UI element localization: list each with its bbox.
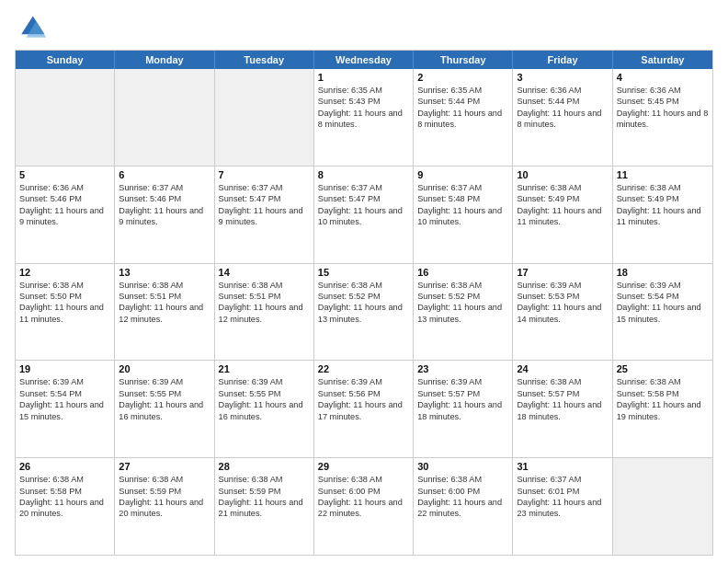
- daylight-text: Daylight: 11 hours and 8 minutes.: [318, 108, 409, 131]
- daylight-text: Daylight: 11 hours and 18 minutes.: [517, 399, 608, 422]
- day-number: 25: [617, 363, 709, 374]
- calendar-row-5: 26Sunrise: 6:38 AMSunset: 5:58 PMDayligh…: [16, 457, 712, 555]
- daylight-text: Daylight: 11 hours and 20 minutes.: [19, 497, 110, 520]
- sunset-text: Sunset: 5:43 PM: [318, 96, 409, 107]
- daylight-text: Daylight: 11 hours and 18 minutes.: [417, 399, 508, 422]
- daylight-text: Daylight: 11 hours and 8 minutes.: [517, 108, 608, 131]
- day-number: 10: [517, 169, 608, 180]
- calendar: SundayMondayTuesdayWednesdayThursdayFrid…: [15, 50, 713, 556]
- calendar-cell: 16Sunrise: 6:38 AMSunset: 5:52 PMDayligh…: [414, 264, 513, 361]
- calendar-row-2: 5Sunrise: 6:36 AMSunset: 5:46 PMDaylight…: [16, 166, 712, 263]
- sunset-text: Sunset: 5:58 PM: [617, 388, 709, 399]
- sunrise-text: Sunrise: 6:39 AM: [119, 376, 210, 387]
- sunset-text: Sunset: 5:51 PM: [119, 291, 210, 302]
- daylight-text: Daylight: 11 hours and 22 minutes.: [417, 497, 508, 520]
- calendar-cell: 24Sunrise: 6:38 AMSunset: 5:57 PMDayligh…: [513, 361, 612, 457]
- sunrise-text: Sunrise: 6:38 AM: [318, 474, 409, 485]
- calendar-cell: [215, 69, 314, 166]
- sunset-text: Sunset: 5:55 PM: [219, 388, 310, 399]
- sunset-text: Sunset: 5:45 PM: [617, 96, 709, 107]
- sunrise-text: Sunrise: 6:37 AM: [119, 182, 210, 193]
- calendar-cell: 27Sunrise: 6:38 AMSunset: 5:59 PMDayligh…: [115, 458, 214, 555]
- day-number: 24: [517, 363, 608, 374]
- daylight-text: Daylight: 11 hours and 11 minutes.: [617, 205, 709, 228]
- day-number: 31: [517, 461, 608, 472]
- sunrise-text: Sunrise: 6:36 AM: [517, 85, 608, 96]
- calendar-cell: 31Sunrise: 6:37 AMSunset: 6:01 PMDayligh…: [513, 458, 612, 555]
- sunset-text: Sunset: 6:00 PM: [318, 486, 409, 497]
- weekday-header-thursday: Thursday: [414, 51, 513, 69]
- calendar-cell: [115, 69, 214, 166]
- sunset-text: Sunset: 5:46 PM: [119, 193, 210, 204]
- sunrise-text: Sunrise: 6:36 AM: [19, 182, 110, 193]
- daylight-text: Daylight: 11 hours and 23 minutes.: [517, 497, 608, 520]
- calendar-cell: 25Sunrise: 6:38 AMSunset: 5:58 PMDayligh…: [613, 361, 712, 457]
- calendar-cell: [613, 458, 712, 555]
- sunrise-text: Sunrise: 6:39 AM: [19, 376, 110, 387]
- calendar-cell: 20Sunrise: 6:39 AMSunset: 5:55 PMDayligh…: [115, 361, 214, 457]
- sunset-text: Sunset: 5:51 PM: [219, 291, 310, 302]
- daylight-text: Daylight: 11 hours and 12 minutes.: [219, 302, 310, 325]
- calendar-cell: 10Sunrise: 6:38 AMSunset: 5:49 PMDayligh…: [513, 167, 612, 263]
- sunrise-text: Sunrise: 6:37 AM: [318, 182, 409, 193]
- daylight-text: Daylight: 11 hours and 9 minutes.: [219, 205, 310, 228]
- day-number: 16: [417, 267, 508, 278]
- sunrise-text: Sunrise: 6:38 AM: [318, 280, 409, 291]
- calendar-cell: 19Sunrise: 6:39 AMSunset: 5:54 PMDayligh…: [16, 361, 115, 457]
- day-number: 19: [19, 363, 110, 374]
- calendar-cell: 17Sunrise: 6:39 AMSunset: 5:53 PMDayligh…: [513, 264, 612, 361]
- sunset-text: Sunset: 5:56 PM: [318, 388, 409, 399]
- day-number: 12: [19, 267, 110, 278]
- sunrise-text: Sunrise: 6:35 AM: [417, 85, 508, 96]
- sunset-text: Sunset: 5:49 PM: [517, 193, 608, 204]
- calendar-cell: 1Sunrise: 6:35 AMSunset: 5:43 PMDaylight…: [314, 69, 414, 166]
- daylight-text: Daylight: 11 hours and 8 minutes.: [417, 108, 508, 131]
- day-number: 5: [19, 169, 110, 180]
- calendar-cell: 5Sunrise: 6:36 AMSunset: 5:46 PMDaylight…: [16, 167, 115, 263]
- daylight-text: Daylight: 11 hours and 16 minutes.: [219, 399, 310, 422]
- calendar-cell: 22Sunrise: 6:39 AMSunset: 5:56 PMDayligh…: [314, 361, 414, 457]
- daylight-text: Daylight: 11 hours and 9 minutes.: [119, 205, 210, 228]
- day-number: 7: [219, 169, 310, 180]
- day-number: 18: [617, 267, 709, 278]
- sunrise-text: Sunrise: 6:38 AM: [19, 474, 110, 485]
- sunset-text: Sunset: 5:58 PM: [19, 486, 110, 497]
- calendar-cell: 6Sunrise: 6:37 AMSunset: 5:46 PMDaylight…: [115, 167, 214, 263]
- sunset-text: Sunset: 5:54 PM: [617, 291, 709, 302]
- sunrise-text: Sunrise: 6:38 AM: [119, 280, 210, 291]
- sunset-text: Sunset: 5:53 PM: [517, 291, 608, 302]
- daylight-text: Daylight: 11 hours and 13 minutes.: [417, 302, 508, 325]
- day-number: 3: [517, 72, 608, 83]
- day-number: 20: [119, 363, 210, 374]
- sunset-text: Sunset: 5:59 PM: [219, 486, 310, 497]
- sunrise-text: Sunrise: 6:37 AM: [417, 182, 508, 193]
- calendar-cell: 8Sunrise: 6:37 AMSunset: 5:47 PMDaylight…: [314, 167, 414, 263]
- weekday-header-friday: Friday: [513, 51, 612, 69]
- daylight-text: Daylight: 11 hours and 15 minutes.: [617, 302, 709, 325]
- page: SundayMondayTuesdayWednesdayThursdayFrid…: [0, 0, 728, 563]
- sunset-text: Sunset: 5:54 PM: [19, 388, 110, 399]
- calendar-cell: [16, 69, 115, 166]
- sunset-text: Sunset: 5:59 PM: [119, 486, 210, 497]
- sunrise-text: Sunrise: 6:37 AM: [219, 182, 310, 193]
- sunrise-text: Sunrise: 6:38 AM: [617, 182, 709, 193]
- calendar-cell: 23Sunrise: 6:39 AMSunset: 5:57 PMDayligh…: [414, 361, 513, 457]
- calendar-header: SundayMondayTuesdayWednesdayThursdayFrid…: [16, 51, 712, 69]
- sunrise-text: Sunrise: 6:39 AM: [617, 280, 709, 291]
- day-number: 8: [318, 169, 409, 180]
- sunrise-text: Sunrise: 6:36 AM: [617, 85, 709, 96]
- sunrise-text: Sunrise: 6:38 AM: [417, 474, 508, 485]
- sunrise-text: Sunrise: 6:39 AM: [417, 376, 508, 387]
- sunset-text: Sunset: 5:44 PM: [517, 96, 608, 107]
- weekday-header-wednesday: Wednesday: [314, 51, 414, 69]
- day-number: 2: [417, 72, 508, 83]
- daylight-text: Daylight: 11 hours and 14 minutes.: [517, 302, 608, 325]
- calendar-cell: 29Sunrise: 6:38 AMSunset: 6:00 PMDayligh…: [314, 458, 414, 555]
- day-number: 27: [119, 461, 210, 472]
- calendar-cell: 28Sunrise: 6:38 AMSunset: 5:59 PMDayligh…: [215, 458, 314, 555]
- daylight-text: Daylight: 11 hours and 12 minutes.: [119, 302, 210, 325]
- sunset-text: Sunset: 5:47 PM: [219, 193, 310, 204]
- sunrise-text: Sunrise: 6:39 AM: [517, 280, 608, 291]
- sunset-text: Sunset: 5:52 PM: [318, 291, 409, 302]
- calendar-cell: 7Sunrise: 6:37 AMSunset: 5:47 PMDaylight…: [215, 167, 314, 263]
